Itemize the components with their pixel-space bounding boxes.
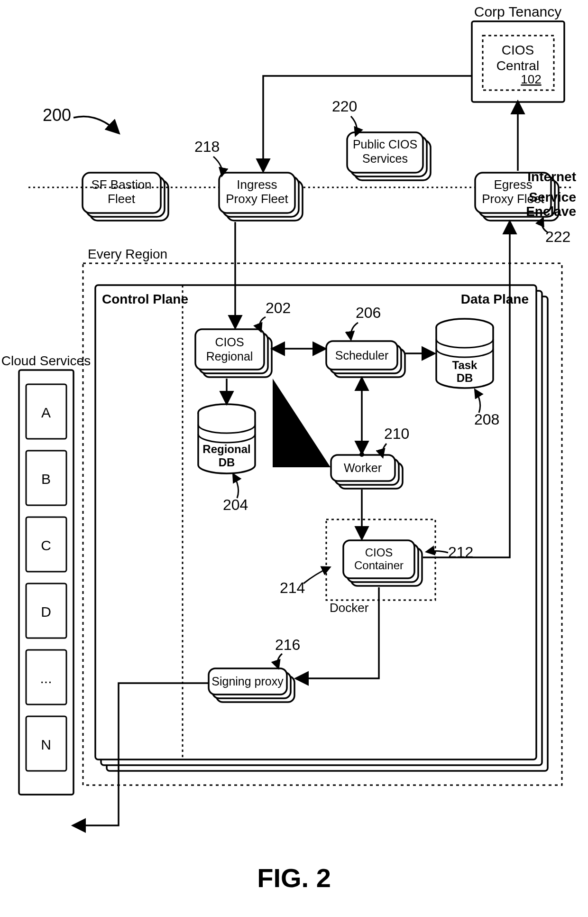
svg-text:Worker: Worker bbox=[344, 461, 382, 474]
public-cios-services: Public CIOS Services bbox=[347, 132, 431, 180]
svg-text:A: A bbox=[41, 405, 51, 420]
cios-regional: CIOS Regional bbox=[195, 329, 272, 377]
svg-text:Signing proxy: Signing proxy bbox=[211, 675, 284, 688]
svg-text:Services: Services bbox=[362, 152, 408, 165]
svg-text:Service: Service bbox=[529, 190, 576, 204]
svg-text:Regional: Regional bbox=[202, 443, 250, 455]
cios-container: CIOS Container bbox=[343, 540, 422, 586]
task-db: Task DB bbox=[436, 319, 493, 388]
svg-text:Scheduler: Scheduler bbox=[335, 349, 389, 362]
svg-text:CIOS: CIOS bbox=[365, 546, 393, 559]
cios-central-label-2: Central bbox=[496, 58, 539, 73]
data-plane-label: Data Plane bbox=[461, 292, 529, 306]
svg-text:Task: Task bbox=[452, 359, 478, 371]
svg-text:CIOS: CIOS bbox=[215, 335, 244, 349]
ref-220: 220 bbox=[332, 98, 357, 115]
ref-214: 214 bbox=[280, 579, 305, 596]
svg-text:Egress: Egress bbox=[494, 177, 533, 192]
ref-216: 216 bbox=[275, 636, 300, 653]
svg-text:Regional: Regional bbox=[206, 350, 253, 363]
svg-text:...: ... bbox=[40, 670, 52, 686]
ref-200-arrow bbox=[74, 116, 119, 133]
svg-text:DB: DB bbox=[457, 371, 473, 384]
svg-text:Ingress: Ingress bbox=[237, 177, 277, 192]
ingress-proxy-fleet: Ingress Proxy Fleet bbox=[219, 173, 303, 221]
worker: Worker bbox=[331, 455, 403, 489]
svg-text:B: B bbox=[41, 471, 51, 487]
svg-text:C: C bbox=[41, 537, 51, 553]
svg-text:SF Bastion: SF Bastion bbox=[91, 177, 151, 192]
control-plane-label: Control Plane bbox=[102, 292, 188, 306]
every-region-label: Every Region bbox=[88, 247, 167, 261]
docker-label: Docker bbox=[330, 601, 369, 615]
internet-label: Internet bbox=[527, 169, 576, 184]
svg-text:Proxy Fleet: Proxy Fleet bbox=[226, 192, 288, 206]
ref-200: 200 bbox=[43, 105, 71, 125]
cloud-services: Cloud Services A B C D ... N bbox=[1, 353, 91, 795]
svg-text:Public CIOS: Public CIOS bbox=[353, 138, 417, 151]
architecture-diagram: 200 Corp Tenancy CIOS Central 102 SF Bas… bbox=[0, 0, 588, 917]
ref-210: 210 bbox=[384, 425, 409, 442]
ref-206: 206 bbox=[356, 304, 381, 321]
ref-208: 208 bbox=[474, 411, 499, 428]
svg-text:DB: DB bbox=[219, 456, 235, 469]
ref-222: 222 bbox=[545, 228, 570, 245]
scheduler: Scheduler bbox=[326, 341, 405, 377]
figure-label: FIG. 2 bbox=[257, 863, 331, 893]
corp-tenancy-label: Corp Tenancy bbox=[474, 4, 562, 19]
cios-central-num: 102 bbox=[521, 72, 541, 86]
svg-text:Fleet: Fleet bbox=[108, 192, 136, 206]
sf-bastion-fleet: SF Bastion Fleet bbox=[83, 173, 168, 221]
svg-text:Cloud Services: Cloud Services bbox=[1, 353, 91, 368]
svg-text:Container: Container bbox=[354, 559, 404, 572]
svg-text:N: N bbox=[41, 737, 51, 752]
svg-text:Enclave: Enclave bbox=[526, 204, 576, 219]
regional-db: Regional DB bbox=[198, 404, 255, 473]
ref-202: 202 bbox=[266, 299, 291, 316]
svg-point-49 bbox=[359, 452, 364, 457]
corp-tenancy-box: Corp Tenancy CIOS Central 102 bbox=[472, 4, 564, 102]
cios-central-label-1: CIOS bbox=[502, 43, 534, 57]
signing-proxy: Signing proxy bbox=[209, 668, 294, 702]
ref-218: 218 bbox=[194, 138, 220, 155]
svg-text:D: D bbox=[41, 604, 51, 620]
ref-204: 204 bbox=[223, 496, 248, 513]
